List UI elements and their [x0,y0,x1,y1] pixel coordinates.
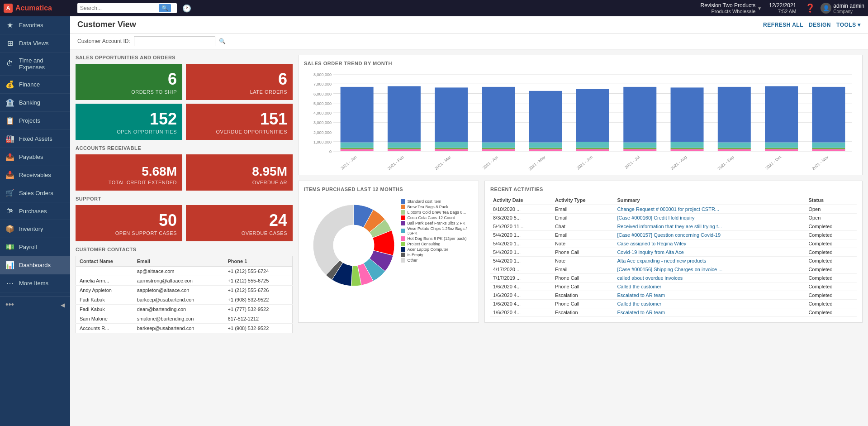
contact-email: barkeep@usabartend.con [133,295,224,305]
list-item: 4/17/2020 ... Email [Case #000156] Shipp… [490,265,857,274]
inventory-icon: 📦 [5,225,14,233]
app-logo[interactable]: A Acumatica [4,4,74,13]
activity-summary[interactable]: Escalated to AR team [614,308,806,317]
svg-rect-66 [765,86,798,142]
svg-rect-59 [718,148,751,149]
legend-item: Acer Laptop Computer [401,247,473,252]
tools-button[interactable]: TOOLS ▾ [836,22,861,28]
bar-chart-title: SALES ORDER TREND BY MONTH [304,61,857,66]
sidebar-label-data-views: Data Views [19,40,49,47]
table-row[interactable]: Sam Malonesmalone@bartending.con617-512-… [76,314,293,324]
act-col-summary: Summary [614,196,806,205]
sidebar-item-dashboards[interactable]: 📊 Dashboards [0,256,70,274]
sales-section-header: SALES OPPORTUNITIES AND ORDERS [76,55,293,60]
history-icon[interactable]: 🕐 [180,2,193,14]
activity-summary[interactable]: Received information that they are still… [614,222,806,231]
company-name: Revision Two Products [700,2,755,9]
kpi-open-opportunities[interactable]: 152 OPEN OPPORTUNITIES [76,104,182,140]
contacts-table: Contact Name Email Phone 1 ap@altaace.co… [76,256,293,333]
activity-summary[interactable]: Escalated to AR team [614,291,806,300]
sidebar-item-time-expenses[interactable]: ⏱ Time and Expenses [0,53,70,76]
design-button[interactable]: DESIGN [809,22,831,28]
sidebar-item-sales-orders[interactable]: 🛒 Sales Orders [0,184,70,202]
svg-text:2021 - Aug: 2021 - Aug [670,155,688,171]
projects-icon: 📋 [5,116,14,125]
sidebar-item-favorites[interactable]: ★ Favorites [0,16,70,34]
contact-name: Sam Malone [76,314,133,324]
activity-summary[interactable]: Case assigned to Regina Wiley [614,239,806,248]
activity-type: Phone Call [552,282,615,291]
table-row[interactable]: Accounts R...barkeep@usabartend.con+1 (9… [76,324,293,333]
data-views-icon: ⊞ [5,39,14,48]
customer-id-input[interactable] [134,36,215,46]
list-item: 7/17/2019 ... Phone Call called about ov… [490,274,857,282]
activity-date: 7/17/2019 ... [490,274,552,282]
sidebar-item-more-items[interactable]: ⋯ More Items [0,274,70,292]
user-menu[interactable]: 👤 admin admin Company [821,3,864,14]
activity-date: 1/6/2020 4... [490,291,552,300]
search-input[interactable] [80,5,157,11]
sidebar-collapse-icon[interactable]: ◀ [61,302,65,308]
sidebar-label-purchases: Purchases [19,208,47,215]
sidebar-item-fixed-assets[interactable]: 🏭 Fixed Assets [0,130,70,148]
filter-search-icon[interactable]: 🔍 [219,38,226,44]
kpi-total-credit[interactable]: 5.68M TOTAL CREDIT EXTENDED [76,154,182,191]
contacts-col-name: Contact Name [76,256,133,267]
sidebar-item-receivables[interactable]: 📥 Receivables [0,166,70,184]
activity-summary[interactable]: Alta Ace expanding - need new products [614,257,806,265]
sidebar-item-payables[interactable]: 📤 Payables [0,148,70,166]
sidebar-label-fixed-assets: Fixed Assets [19,135,52,142]
company-selector[interactable]: Revision Two Products Products Wholesale… [700,2,762,14]
sidebar-item-banking[interactable]: 🏦 Banking [0,94,70,112]
svg-rect-30 [435,142,468,148]
kpi-row-1: 6 ORDERS TO SHIP 6 LATE ORDERS [76,64,293,100]
overdue-opp-label: OVERDUE OPPORTUNITIES [216,129,287,134]
activity-summary[interactable]: Covid-19 inquiry from Alta Ace [614,248,806,257]
legend-item: Other [401,258,473,263]
activity-status: Completed [806,248,857,257]
kpi-overdue-ar[interactable]: 8.95M OVERDUE AR [186,154,293,191]
contact-phone: +1 (777) 532-9522 [224,305,293,314]
activity-summary[interactable]: Called the customer [614,300,806,308]
activity-type: Note [552,257,615,265]
table-row[interactable]: Amelia Arm...aarmstrong@altaace.con+1 (2… [76,276,293,286]
table-row[interactable]: Fadi Kabukbarkeep@usabartend.con+1 (908)… [76,295,293,305]
activity-summary[interactable]: [Case #000157] Question concerning Covid… [614,231,806,239]
activity-date: 5/4/2020 1... [490,231,552,239]
kpi-overdue-opportunities[interactable]: 151 OVERDUE OPPORTUNITIES [186,104,293,140]
sidebar-item-inventory[interactable]: 📦 Inventory [0,220,70,238]
kpi-overdue-cases[interactable]: 24 OVERDUE CASES [186,205,293,241]
svg-text:2,000,000: 2,000,000 [313,130,332,135]
activity-summary[interactable]: [Case #000160] Credit Hold inquiry [614,214,806,222]
sidebar-item-purchases[interactable]: 🛍 Purchases [0,202,70,220]
activity-summary[interactable]: Called the customer [614,282,806,291]
help-icon[interactable]: ❓ [805,3,815,13]
legend-item: Ball Park Beef Franks 3lbs 2 PK [401,221,473,225]
sidebar-item-data-views[interactable]: ⊞ Data Views [0,34,70,53]
kpi-orders-to-ship[interactable]: 6 ORDERS TO SHIP [76,64,182,100]
table-row[interactable]: Fadi Kabukdean@bartending.con+1 (777) 53… [76,305,293,314]
refresh-all-button[interactable]: REFRESH ALL [763,22,803,28]
right-panel: SALES ORDER TREND BY MONTH 8,000,0007,00… [298,55,863,333]
sidebar-label-inventory: Inventory [19,225,43,232]
list-item: 8/3/2020 5... Email [Case #000160] Credi… [490,214,857,222]
sidebar-item-payroll[interactable]: 💵 Payroll [0,238,70,256]
search-button[interactable]: 🔍 [159,4,171,12]
sidebar-item-finance[interactable]: 💰 Finance [0,76,70,94]
svg-rect-51 [623,87,656,143]
legend-item: Brew Tea Bags 8 Pack [401,205,473,209]
activity-summary[interactable]: called about overdue invoices [614,274,806,282]
activity-summary[interactable]: [Case #000156] Shipping Charges on invoi… [614,265,806,274]
sidebar-item-projects[interactable]: 📋 Projects [0,112,70,130]
kpi-late-orders[interactable]: 6 LATE ORDERS [186,64,293,100]
activity-summary[interactable]: Change Request # 000001 for project CSTR… [614,205,806,214]
page-actions: REFRESH ALL DESIGN TOOLS ▾ [763,22,861,28]
table-row[interactable]: Andy Appletonaappleton@altaace.con+1 (21… [76,286,293,295]
sidebar-label-time-expenses: Time and Expenses [19,57,65,71]
svg-rect-33 [482,149,515,151]
activity-status: Completed [806,257,857,265]
svg-rect-18 [341,149,374,151]
pie-chart-svg [304,196,397,295]
kpi-open-support[interactable]: 50 OPEN SUPPORT CASES [76,205,182,241]
table-row[interactable]: ap@altaace.com+1 (212) 555-6724 [76,267,293,276]
